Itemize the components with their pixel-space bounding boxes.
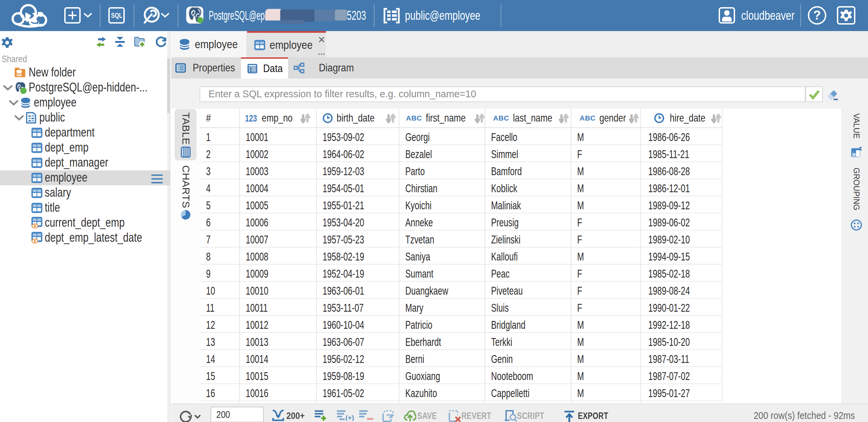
svg-text:(+): (+) (345, 414, 354, 421)
